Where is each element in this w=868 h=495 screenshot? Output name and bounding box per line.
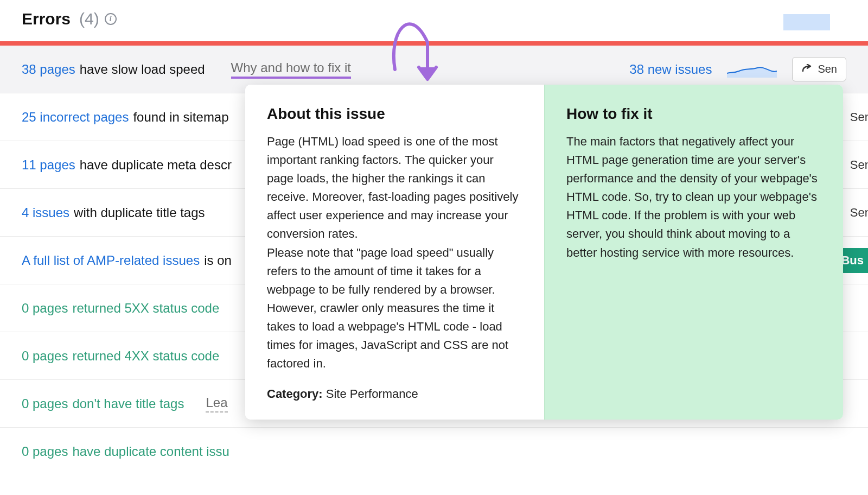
severity-bar — [0, 41, 868, 46]
category-label: Category: — [267, 387, 323, 401]
issue-text: have duplicate content issu — [72, 444, 229, 459]
issue-link[interactable]: 25 incorrect pages — [22, 110, 129, 125]
info-icon[interactable]: i — [105, 13, 117, 25]
issue-link[interactable]: 0 pages — [22, 301, 68, 316]
share-arrow-icon — [801, 64, 813, 75]
send-label[interactable]: Sen — [850, 158, 868, 172]
about-paragraph-2: Please note that "page load speed" usual… — [267, 244, 522, 373]
send-button-label: Sen — [818, 63, 837, 75]
learn-more-link[interactable]: Lea — [206, 395, 227, 412]
issue-text: have duplicate meta descr — [80, 157, 232, 173]
sparkline — [727, 60, 777, 79]
fix-panel: How to fix it The main factors that nega… — [544, 85, 843, 420]
errors-header: Errors (4) i — [0, 0, 868, 41]
issue-detail-popover: About this issue Page (HTML) load speed … — [245, 85, 843, 420]
issue-link[interactable]: 4 issues — [22, 205, 69, 220]
issue-link[interactable]: 0 pages — [22, 396, 68, 411]
fix-title: How to fix it — [566, 105, 821, 123]
send-label[interactable]: Sen — [850, 110, 868, 124]
issue-text: returned 5XX status code — [72, 301, 219, 316]
issue-row-duplicate-content[interactable]: 0 pages have duplicate content issu — [0, 428, 868, 475]
errors-count: (4) — [79, 10, 99, 28]
issue-link[interactable]: 38 pages — [22, 62, 75, 77]
issue-text: have slow load speed — [80, 62, 205, 77]
about-paragraph-1: Page (HTML) load speed is one of the mos… — [267, 132, 522, 244]
highlight-box — [783, 14, 830, 30]
issue-text: is on — [204, 253, 232, 268]
issue-text: don't have title tags — [72, 396, 184, 411]
issue-text: with duplicate title tags — [74, 205, 205, 220]
issue-text: returned 4XX status code — [72, 348, 219, 364]
why-fix-link[interactable]: Why and how to fix it — [231, 60, 351, 79]
about-panel: About this issue Page (HTML) load speed … — [245, 85, 544, 420]
issue-right: 38 new issues Sen — [629, 57, 846, 81]
issue-text: found in sitemap — [133, 110, 228, 125]
issue-link[interactable]: 0 pages — [22, 444, 68, 459]
page-title: Errors — [22, 10, 71, 28]
fix-paragraph-1: The main factors that negatively affect … — [566, 132, 821, 262]
about-title: About this issue — [267, 105, 522, 123]
category: Category: Site Performance — [267, 385, 522, 403]
issue-link[interactable]: A full list of AMP-related issues — [22, 253, 200, 268]
send-label[interactable]: Sen — [850, 206, 868, 220]
issue-link[interactable]: 0 pages — [22, 348, 68, 364]
new-issues-link[interactable]: 38 new issues — [629, 62, 712, 77]
issue-link[interactable]: 11 pages — [22, 157, 75, 173]
category-value: Site Performance — [326, 387, 418, 401]
send-button[interactable]: Sen — [792, 57, 846, 81]
